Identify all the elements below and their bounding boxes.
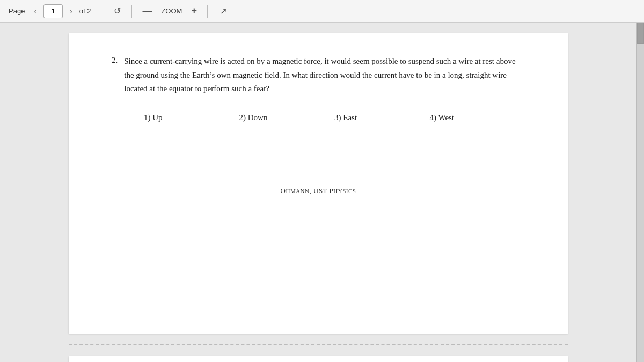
expand-icon: ➚	[220, 6, 227, 16]
scroll-content[interactable]: 2. Since a current-carrying wire is acte…	[0, 23, 636, 362]
divider-3	[207, 5, 208, 18]
page-footer: OHMANN, UST PHYSICS	[112, 187, 525, 195]
prev-page-button[interactable]: ‹	[31, 6, 39, 17]
zoom-out-icon: —	[142, 5, 152, 17]
next-page-button[interactable]: ›	[67, 6, 75, 17]
choice-4: 4) West	[430, 113, 525, 122]
reset-button[interactable]: ↺	[111, 5, 124, 17]
page-1: 2. Since a current-carrying wire is acte…	[69, 33, 568, 334]
page-total: of 2	[79, 7, 91, 15]
page-label: Page	[9, 7, 25, 15]
question-2: 2. Since a current-carrying wire is acte…	[112, 55, 525, 96]
question-number: 2.	[112, 55, 118, 96]
zoom-label: ZOOM	[161, 7, 182, 15]
page-number-input[interactable]	[43, 4, 63, 18]
divider-2	[131, 5, 132, 18]
divider-1	[103, 5, 103, 18]
reset-icon: ↺	[114, 6, 121, 16]
zoom-in-icon: +	[191, 5, 197, 17]
zoom-out-button[interactable]: —	[140, 5, 155, 17]
page-2	[69, 356, 568, 362]
footer-text: OHMANN, UST PHYSICS	[281, 187, 356, 195]
chevron-left-icon: ‹	[34, 7, 36, 16]
right-scrollbar[interactable]	[636, 23, 644, 362]
choices-list: 1) Up 2) Down 3) East 4) West	[112, 113, 525, 122]
toolbar: Page ‹ › of 2 ↺ — ZOOM + ➚	[0, 0, 644, 23]
main-area: 2. Since a current-carrying wire is acte…	[0, 23, 644, 362]
zoom-in-button[interactable]: +	[188, 5, 200, 17]
scrollbar-thumb[interactable]	[637, 23, 644, 44]
question-body: Since a current-carrying wire is acted o…	[124, 55, 525, 96]
page-separator	[69, 344, 568, 345]
chevron-right-icon: ›	[70, 7, 72, 16]
expand-button[interactable]: ➚	[217, 5, 230, 17]
choice-3: 3) East	[334, 113, 430, 122]
choice-2: 2) Down	[239, 113, 335, 122]
choice-1: 1) Up	[144, 113, 239, 122]
